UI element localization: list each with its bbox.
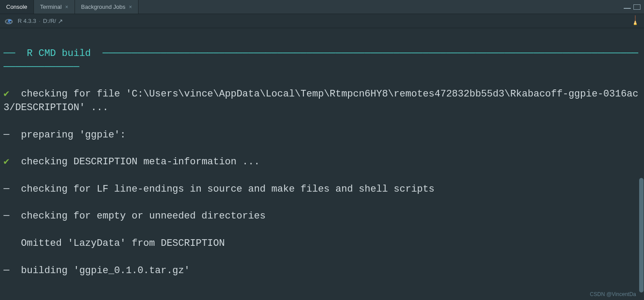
log-text: checking for LF line-endings in source a… xyxy=(9,184,434,195)
log-text: checking for file 'C:\Users\vince\AppDat… xyxy=(4,89,638,113)
rule-left: ── xyxy=(4,48,27,59)
dash-icon: ─ xyxy=(4,265,9,276)
console-info-bar: R 4.3.3 · D:/R/ ↗ 🧹 xyxy=(0,14,644,28)
working-dir: D:/R/ xyxy=(43,18,56,24)
tab-label: Background Jobs xyxy=(81,4,125,10)
minimize-pane-icon[interactable] xyxy=(624,5,631,9)
check-icon: ✔ xyxy=(4,89,9,100)
blank-line xyxy=(4,291,640,300)
dash-icon: ─ xyxy=(4,211,9,222)
dash-icon: ─ xyxy=(4,130,9,141)
check-icon: ✔ xyxy=(4,156,9,167)
scrollbar-thumb[interactable] xyxy=(639,178,644,293)
clear-console-icon[interactable]: 🧹 xyxy=(629,15,641,27)
separator: · xyxy=(39,18,41,24)
watermark: CSDN @VincentDa xyxy=(590,291,636,297)
close-icon[interactable]: × xyxy=(65,4,68,10)
tab-label: Console xyxy=(6,4,27,10)
tab-console[interactable]: Console xyxy=(0,0,34,14)
build-header: R CMD build xyxy=(27,48,91,59)
log-text: building 'ggpie_0.1.0.tar.gz' xyxy=(9,265,190,276)
tab-label: Terminal xyxy=(40,4,62,10)
tab-background-jobs[interactable]: Background Jobs × xyxy=(75,0,139,14)
dash-icon: ─ xyxy=(4,184,9,195)
rule-right: ────────────────────────────────────────… xyxy=(4,48,638,73)
log-text: Omitted 'LazyData' from DESCRIPTION xyxy=(4,237,640,251)
log-text: checking for empty or unneeded directori… xyxy=(9,211,266,222)
maximize-pane-icon[interactable] xyxy=(633,4,640,10)
open-folder-icon[interactable]: ↗ xyxy=(58,18,63,25)
console-output: ── R CMD build ─────────────────────────… xyxy=(0,28,644,300)
tab-terminal[interactable]: Terminal × xyxy=(34,0,75,14)
scrollbar[interactable] xyxy=(639,28,644,300)
log-text: preparing 'ggpie': xyxy=(9,130,126,141)
r-logo-icon xyxy=(4,17,13,26)
log-text: checking DESCRIPTION meta-information ..… xyxy=(9,156,260,167)
r-version: R 4.3.3 xyxy=(18,18,36,24)
tab-bar-controls xyxy=(624,4,644,10)
tab-bar: Console Terminal × Background Jobs × xyxy=(0,0,644,14)
close-icon[interactable]: × xyxy=(129,4,132,10)
